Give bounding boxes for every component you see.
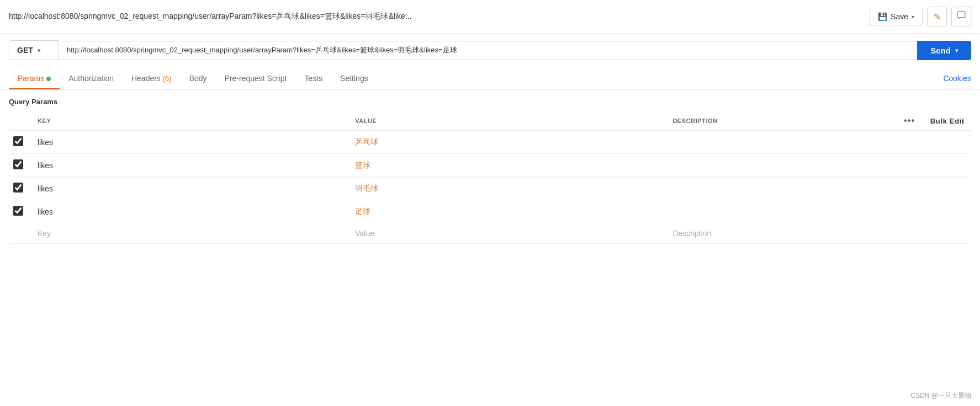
row-more-cell (897, 131, 921, 154)
col-description-header: DESCRIPTION (666, 111, 897, 131)
tab-params[interactable]: Params (9, 67, 60, 89)
save-button[interactable]: 💾 Save ▾ (870, 8, 923, 25)
row-checkbox-0[interactable] (13, 136, 23, 146)
params-dot-indicator (46, 77, 51, 81)
row-value-cell[interactable]: 乒乓球 (348, 131, 666, 154)
row-checkbox-1[interactable] (13, 159, 23, 169)
edit-icon: ✎ (934, 12, 941, 22)
row-key-cell[interactable]: likes (31, 154, 348, 177)
method-label: GET (17, 46, 33, 55)
tab-pre-request-script[interactable]: Pre-request Script (216, 67, 296, 89)
empty-checkbox-cell (9, 223, 31, 244)
row-bulk-cell (921, 177, 971, 200)
section-title: Query Params (9, 98, 971, 106)
row-checkbox-cell[interactable] (9, 177, 31, 200)
row-value-cell[interactable]: 羽毛球 (348, 177, 666, 200)
col-value-header: VALUE (348, 111, 666, 131)
tab-tests-label: Tests (304, 74, 322, 83)
row-value-cell[interactable]: 篮球 (348, 154, 666, 177)
tabs-bar: Params Authorization Headers (6) Body Pr… (0, 67, 980, 90)
send-button[interactable]: Send ▾ (917, 41, 971, 60)
tab-settings-label: Settings (340, 74, 368, 83)
table-row: likes 足球 (9, 200, 971, 223)
top-bar: http://localhost:8080/springmvc_02_reque… (0, 0, 980, 34)
url-input[interactable] (59, 41, 917, 60)
tab-pre-request-label: Pre-request Script (225, 74, 287, 83)
row-description-cell[interactable] (666, 131, 897, 154)
params-table: KEY VALUE DESCRIPTION ••• Bulk Edit like… (9, 111, 971, 244)
top-actions: 💾 Save ▾ ✎ (870, 7, 971, 26)
tab-params-label: Params (18, 74, 44, 83)
request-bar: GET ▾ Send ▾ (0, 34, 980, 67)
empty-value-cell[interactable]: Value (348, 223, 666, 244)
table-row: likes 乒乓球 (9, 131, 971, 154)
cookies-button[interactable]: Cookies (943, 67, 971, 89)
col-key-header: KEY (31, 111, 348, 131)
headers-badge: (6) (163, 74, 172, 83)
edit-button[interactable]: ✎ (927, 7, 947, 26)
tab-tests[interactable]: Tests (295, 67, 331, 89)
top-url: http://localhost:8080/springmvc_02_reque… (9, 12, 863, 22)
tab-authorization[interactable]: Authorization (60, 67, 123, 89)
empty-row: Key Value Description (9, 223, 971, 244)
comment-icon (957, 11, 966, 22)
tab-body[interactable]: Body (181, 67, 216, 89)
params-section: Query Params KEY VALUE DESCRIPTION ••• B… (0, 90, 980, 244)
row-checkbox-2[interactable] (13, 183, 23, 193)
method-select[interactable]: GET ▾ (9, 40, 59, 60)
cookies-label: Cookies (943, 74, 971, 83)
col-bulk-edit-header[interactable]: Bulk Edit (921, 111, 971, 131)
row-more-cell (897, 177, 921, 200)
empty-bulk-cell (921, 223, 971, 244)
save-label: Save (891, 12, 908, 21)
save-chevron-icon: ▾ (912, 14, 914, 20)
row-bulk-cell (921, 154, 971, 177)
row-checkbox-cell[interactable] (9, 131, 31, 154)
table-header-row: KEY VALUE DESCRIPTION ••• Bulk Edit (9, 111, 971, 131)
row-more-cell (897, 200, 921, 223)
more-options-icon: ••• (904, 116, 915, 125)
send-label: Send (930, 46, 951, 55)
row-checkbox-3[interactable] (13, 206, 23, 216)
row-value-cell[interactable]: 足球 (348, 200, 666, 223)
row-description-cell[interactable] (666, 200, 897, 223)
row-key-cell[interactable]: likes (31, 200, 348, 223)
col-check-header (9, 111, 31, 131)
row-key-cell[interactable]: likes (31, 177, 348, 200)
row-checkbox-cell[interactable] (9, 154, 31, 177)
tab-authorization-label: Authorization (68, 74, 114, 83)
empty-key-cell[interactable]: Key (31, 223, 348, 244)
send-chevron-icon: ▾ (955, 47, 958, 54)
tab-headers-label: Headers (131, 74, 163, 83)
col-more-header: ••• (897, 111, 921, 131)
empty-more-cell (897, 223, 921, 244)
table-row: likes 篮球 (9, 154, 971, 177)
row-bulk-cell (921, 131, 971, 154)
row-key-cell[interactable]: likes (31, 131, 348, 154)
row-description-cell[interactable] (666, 177, 897, 200)
empty-description-cell[interactable]: Description (666, 223, 897, 244)
row-checkbox-cell[interactable] (9, 200, 31, 223)
comment-button[interactable] (951, 7, 971, 26)
tab-headers[interactable]: Headers (6) (123, 67, 181, 89)
row-bulk-cell (921, 200, 971, 223)
table-row: likes 羽毛球 (9, 177, 971, 200)
svg-rect-0 (957, 12, 965, 18)
tab-settings[interactable]: Settings (331, 67, 377, 89)
tab-body-label: Body (189, 74, 207, 83)
row-description-cell[interactable] (666, 154, 897, 177)
save-icon: 💾 (878, 12, 887, 21)
method-chevron-icon: ▾ (38, 47, 40, 54)
row-more-cell (897, 154, 921, 177)
